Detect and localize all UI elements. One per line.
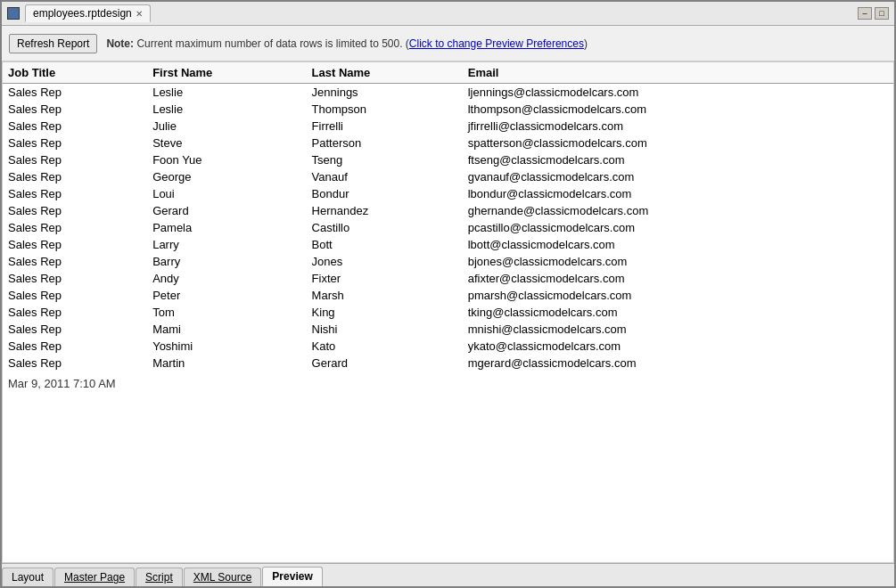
refresh-report-button[interactable]: Refresh Report	[9, 34, 97, 53]
table-cell: Sales Rep	[3, 202, 147, 219]
table-row: Sales RepLeslieThompsonlthompson@classic…	[3, 101, 893, 118]
table-cell: Sales Rep	[3, 253, 147, 270]
table-cell: Sales Rep	[3, 338, 147, 355]
report-table: Job Title First Name Last Name Email Sal…	[3, 62, 893, 372]
table-cell: Steve	[147, 135, 306, 151]
table-row: Sales RepMamiNishimnishi@classicmodelcar…	[3, 321, 893, 338]
table-cell: pmarsh@classicmodelcars.com	[463, 287, 893, 304]
table-cell: lbott@classicmodelcars.com	[463, 236, 893, 253]
table-cell: Peter	[147, 287, 306, 304]
table-row: Sales RepTomKingtking@classicmodelcars.c…	[3, 304, 893, 321]
table-row: Sales RepJulieFirrellijfirrelli@classicm…	[3, 118, 893, 135]
bottom-tab-script[interactable]: Script	[136, 568, 183, 586]
col-email: Email	[463, 62, 893, 84]
table-cell: Jones	[307, 253, 463, 270]
bottom-tab-layout[interactable]: Layout	[2, 568, 53, 586]
title-bar: employees.rptdesign ✕ – □	[2, 2, 894, 26]
table-cell: Bondur	[307, 185, 463, 202]
table-cell: Larry	[147, 236, 306, 253]
table-cell: Sales Rep	[3, 287, 147, 304]
table-cell: Mami	[147, 321, 306, 338]
table-cell: Foon Yue	[147, 151, 306, 168]
table-cell: Bott	[307, 236, 463, 253]
table-cell: spatterson@classicmodelcars.com	[463, 135, 893, 151]
table-row: Sales RepLeslieJenningsljennings@classic…	[3, 84, 893, 102]
table-row: Sales RepGerardHernandezghernande@classi…	[3, 202, 893, 219]
table-cell: jfirrelli@classicmodelcars.com	[463, 118, 893, 135]
table-cell: Sales Rep	[3, 304, 147, 321]
table-cell: Sales Rep	[3, 321, 147, 338]
table-cell: Sales Rep	[3, 355, 147, 372]
table-cell: ljennings@classicmodelcars.com	[463, 84, 893, 102]
table-cell: Fixter	[307, 270, 463, 287]
table-cell: bjones@classicmodelcars.com	[463, 253, 893, 270]
content-area: Job Title First Name Last Name Email Sal…	[2, 61, 894, 563]
window-controls: – □	[858, 7, 889, 20]
table-cell: Barry	[147, 253, 306, 270]
table-cell: Sales Rep	[3, 168, 147, 185]
table-row: Sales RepPamelaCastillopcastillo@classic…	[3, 219, 893, 236]
table-cell: Tom	[147, 304, 306, 321]
minimize-button[interactable]: –	[858, 7, 872, 20]
table-cell: Gerard	[307, 355, 463, 372]
table-cell: Sales Rep	[3, 219, 147, 236]
table-cell: Sales Rep	[3, 151, 147, 168]
table-cell: lbondur@classicmodelcars.com	[463, 185, 893, 202]
table-cell: Sales Rep	[3, 236, 147, 253]
table-cell: Patterson	[307, 135, 463, 151]
notice-close: )	[584, 37, 588, 50]
table-cell: Vanauf	[307, 168, 463, 185]
table-cell: Sales Rep	[3, 118, 147, 135]
table-cell: gvanauf@classicmodelcars.com	[463, 168, 893, 185]
table-cell: Thompson	[307, 101, 463, 118]
bottom-tab-bar: LayoutMaster PageScriptXML SourcePreview	[2, 563, 894, 586]
report-timestamp: Mar 9, 2011 7:10 AM	[3, 372, 893, 396]
table-cell: Sales Rep	[3, 270, 147, 287]
main-window: employees.rptdesign ✕ – □ Refresh Report…	[0, 0, 896, 588]
table-row: Sales RepLouiBondurlbondur@classicmodelc…	[3, 185, 893, 202]
table-cell: ghernande@classicmodelcars.com	[463, 202, 893, 219]
table-cell: Loui	[147, 185, 306, 202]
table-cell: Tseng	[307, 151, 463, 168]
table-cell: Sales Rep	[3, 84, 147, 102]
table-cell: Leslie	[147, 84, 306, 102]
table-row: Sales RepMartinGerardmgerard@classicmode…	[3, 355, 893, 372]
table-cell: Andy	[147, 270, 306, 287]
notice-body: Current maximum number of data rows is l…	[136, 37, 408, 50]
table-row: Sales RepBarryJonesbjones@classicmodelca…	[3, 253, 893, 270]
table-cell: Sales Rep	[3, 185, 147, 202]
table-cell: mgerard@classicmodelcars.com	[463, 355, 893, 372]
bottom-tab-preview[interactable]: Preview	[262, 567, 322, 586]
table-cell: Gerard	[147, 202, 306, 219]
table-row: Sales RepFoon YueTsengftseng@classicmode…	[3, 151, 893, 168]
table-row: Sales RepYoshimiKatoykato@classicmodelca…	[3, 338, 893, 355]
col-last-name: Last Name	[307, 62, 463, 84]
table-cell: Julie	[147, 118, 306, 135]
table-cell: Castillo	[307, 219, 463, 236]
table-cell: Jennings	[307, 84, 463, 102]
table-cell: pcastillo@classicmodelcars.com	[463, 219, 893, 236]
table-cell: Nishi	[307, 321, 463, 338]
table-cell: Sales Rep	[3, 101, 147, 118]
table-cell: afixter@classicmodelcars.com	[463, 270, 893, 287]
table-header-row: Job Title First Name Last Name Email	[3, 62, 893, 84]
table-cell: Hernandez	[307, 202, 463, 219]
preview-preferences-link[interactable]: Click to change Preview Preferences	[409, 37, 584, 50]
table-cell: King	[307, 304, 463, 321]
table-cell: Martin	[147, 355, 306, 372]
maximize-button[interactable]: □	[875, 7, 889, 20]
window-icon	[7, 7, 20, 20]
table-cell: Leslie	[147, 101, 306, 118]
table-cell: Kato	[307, 338, 463, 355]
table-cell: Sales Rep	[3, 135, 147, 151]
notice-text: Note: Current maximum number of data row…	[106, 37, 588, 50]
notice-bold: Note:	[106, 37, 134, 50]
bottom-tab-master-page[interactable]: Master Page	[54, 568, 135, 586]
tab-close-icon[interactable]: ✕	[136, 9, 143, 19]
tab-label[interactable]: employees.rptdesign ✕	[25, 4, 151, 22]
table-cell: Marsh	[307, 287, 463, 304]
table-cell: mnishi@classicmodelcars.com	[463, 321, 893, 338]
table-row: Sales RepStevePattersonspatterson@classi…	[3, 135, 893, 151]
table-cell: ykato@classicmodelcars.com	[463, 338, 893, 355]
bottom-tab-xml-source[interactable]: XML Source	[184, 568, 262, 586]
